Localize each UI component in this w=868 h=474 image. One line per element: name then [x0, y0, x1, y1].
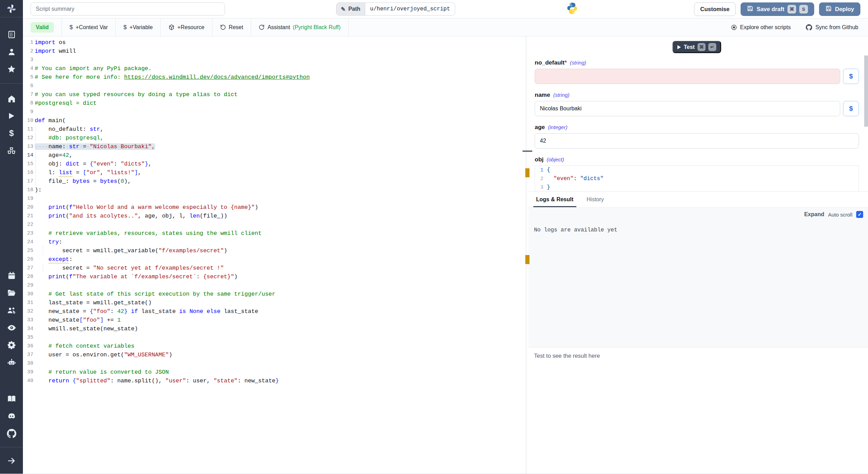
insert-variable-button[interactable]: $ [843, 101, 859, 116]
code-line[interactable]: 30 # Get last state of this script execu… [23, 290, 524, 298]
panel-scrollbar[interactable] [864, 56, 868, 127]
code-line[interactable]: 32 new_state = {"foo": 42} if last_state… [23, 307, 524, 316]
explore-other-scripts-button[interactable]: Explore other scripts [731, 24, 791, 31]
sidebar-item-home[interactable] [0, 90, 23, 107]
code-line[interactable]: 8#postgresql = dict [23, 99, 524, 108]
obj-editor-line[interactable]: 2 "even": "dicts" [535, 175, 859, 183]
code-line[interactable]: 2import wmill [23, 47, 524, 56]
code-line[interactable]: 19 [23, 194, 524, 203]
code-line[interactable]: 28 print(f"The variable at `f/examples/s… [23, 272, 524, 281]
pane-resize-handle[interactable] [523, 151, 532, 152]
play-icon [677, 45, 681, 49]
sidebar-item-schedules[interactable] [0, 267, 23, 284]
sidebar-item-groups[interactable] [0, 302, 23, 319]
top-bar: ✎ Path u/henri/overjoyed_script Customis… [23, 0, 868, 18]
sidebar-item-workspace[interactable] [0, 26, 23, 43]
code-line[interactable]: 29 [23, 281, 524, 290]
user-icon [7, 48, 16, 56]
line-number: 2 [23, 47, 33, 56]
code-line[interactable]: 31 last_state = wmill.get_state() [23, 298, 524, 307]
sidebar-item-resources[interactable] [0, 142, 23, 159]
code-line[interactable]: 39 # return value is converted to JSON [23, 368, 524, 376]
code-line[interactable]: 12 #db: postgresql, [23, 134, 524, 142]
code-line[interactable]: 24 try: [23, 238, 524, 246]
sidebar-item-github[interactable] [0, 425, 23, 442]
code-line[interactable]: 40 return {"splitted": name.split(), "us… [23, 376, 524, 385]
code-line[interactable]: 13····name:·str·=·"Nicolas·Bourbaki", [23, 142, 524, 151]
tab-logs-result[interactable]: Logs & Result [535, 192, 575, 207]
sidebar-item-runs[interactable] [0, 107, 23, 125]
autoscroll-label: Auto scroll [828, 212, 852, 218]
assistant-button[interactable]: Assistant (Pyright Black Ruff) [251, 18, 348, 36]
sidebar-item-settings[interactable] [0, 336, 23, 354]
code-line[interactable]: 10def main( [23, 116, 524, 125]
code-line[interactable]: 33 new_state["foo"] += 1 [23, 316, 524, 324]
code-line[interactable]: 38 [23, 359, 524, 368]
code-line[interactable]: 4# You can import any PyPi package. [23, 64, 524, 73]
sidebar-item-folders[interactable] [0, 284, 23, 302]
sync-from-github-button[interactable]: Sync from Github [806, 24, 858, 31]
code-line[interactable]: 25 secret = wmill.get_variable("f/exampl… [23, 246, 524, 255]
code-line[interactable]: 11 no_default: str, [23, 125, 524, 134]
field-type: (object) [547, 156, 564, 162]
code-line[interactable]: 17 file_: bytes = bytes(0), [23, 177, 524, 186]
insert-variable-button[interactable]: $ [843, 69, 859, 84]
sidebar-item-discord[interactable] [0, 407, 23, 425]
code-line[interactable]: 6 [23, 82, 524, 90]
deploy-button[interactable]: Deploy [819, 2, 860, 16]
edit-path-button[interactable]: ✎ Path [336, 3, 365, 15]
code-line[interactable]: 18): [23, 186, 524, 194]
code-line[interactable]: 3 [23, 56, 524, 64]
code-line[interactable]: 14 age=42, [23, 151, 524, 160]
code-line[interactable]: 9 [23, 108, 524, 116]
code-line[interactable]: 7# you can use typed resources by doing … [23, 90, 524, 99]
script-summary-input[interactable] [31, 2, 225, 16]
sidebar-item-favorites[interactable] [0, 60, 23, 78]
obj-editor-line[interactable]: 3} [535, 183, 859, 192]
no-default-input[interactable] [535, 69, 840, 84]
sidebar-item-variables[interactable]: $ [0, 125, 23, 142]
add-variable-button[interactable]: $ +Variable [116, 18, 160, 36]
add-context-var-button[interactable]: $ +Context Var [62, 18, 115, 36]
sidebar-item-docs[interactable] [0, 390, 23, 407]
autoscroll-checkbox[interactable]: ✓ [856, 211, 863, 218]
reset-button[interactable]: Reset [212, 18, 251, 36]
line-number: 38 [23, 359, 33, 368]
obj-json-editor[interactable]: 1{2 "even": "dicts"3} [535, 166, 859, 192]
name-input[interactable] [535, 101, 840, 116]
add-resource-button[interactable]: +Resource [161, 18, 212, 36]
code-line[interactable]: 27 secret = "No secret yet at f/examples… [23, 264, 524, 272]
code-line[interactable]: 35 [23, 333, 524, 342]
tab-history[interactable]: History [585, 192, 606, 207]
sidebar-item-user[interactable] [0, 43, 23, 60]
sidebar-item-audit-logs[interactable] [0, 319, 23, 336]
code-line[interactable]: 26 except: [23, 255, 524, 264]
code-line[interactable]: 5# See here for more info: https://docs.… [23, 73, 524, 82]
code-line[interactable]: 1import os [23, 38, 524, 47]
sidebar-collapse-button[interactable] [0, 452, 23, 469]
code-line[interactable]: 37 user = os.environ.get("WM_USERNAME") [23, 350, 524, 359]
path-control: ✎ Path u/henri/overjoyed_script [336, 2, 456, 16]
code-line[interactable]: 34 wmill.set_state(new_state) [23, 324, 524, 333]
obj-editor-line[interactable]: 1{ [535, 166, 859, 175]
sidebar: $ [0, 0, 23, 474]
code-editor[interactable]: 1import os2import wmill34# You can impor… [23, 36, 524, 474]
age-input[interactable] [535, 133, 859, 149]
code-line[interactable]: 15 obj: dict = {"even": "dicts"}, [23, 160, 524, 168]
refresh-icon [259, 24, 265, 30]
code-line[interactable]: 22 [23, 220, 524, 229]
code-line[interactable]: 36 # fetch context variables [23, 342, 524, 350]
arrow-right-icon [7, 456, 16, 465]
sidebar-item-logo[interactable] [0, 0, 23, 17]
code-line[interactable]: 23 # retrieve variables, resources, stat… [23, 229, 524, 238]
sidebar-item-ai-assistant[interactable] [0, 354, 23, 371]
code-line[interactable]: 20 print(f"Hello World and a warm welcom… [23, 203, 524, 212]
code-line[interactable]: 21 print("and its acolytes..", age, obj,… [23, 212, 524, 220]
code-line[interactable]: 16 l: list = ["or", "lists!"], [23, 168, 524, 177]
test-button[interactable]: Test ⌘ ↵ [673, 41, 721, 53]
pencil-icon: ✎ [341, 6, 345, 12]
expand-button[interactable]: Expand [804, 211, 824, 218]
line-number: 13 [23, 142, 33, 151]
save-draft-button[interactable]: Save draft ⌘ S [741, 2, 814, 16]
customise-button[interactable]: Customise [694, 2, 736, 16]
